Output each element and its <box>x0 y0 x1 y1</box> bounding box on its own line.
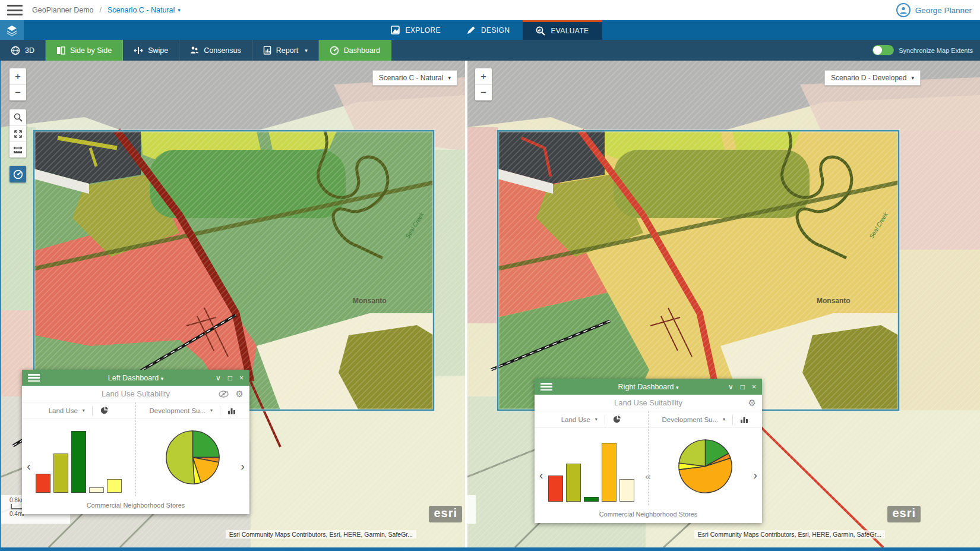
chevron-down-icon: ▾ <box>723 417 725 422</box>
previous-chart-chevron[interactable]: ‹ <box>539 468 543 482</box>
consensus-button[interactable]: Consensus <box>179 40 252 61</box>
bar-segment <box>584 497 599 502</box>
close-button[interactable]: × <box>752 383 756 391</box>
collapse-button[interactable]: ∨ <box>728 383 734 391</box>
full-extent-button[interactable] <box>10 125 26 141</box>
layers-button[interactable] <box>0 20 24 40</box>
measure-button[interactable] <box>10 141 26 158</box>
previous-chart-chevron[interactable]: ‹ <box>27 459 31 473</box>
left-map-pane: Monsanto Seal Creek + − Scenario C - Nat… <box>1 61 465 547</box>
panel-window-buttons: ∨ □ × <box>728 383 762 391</box>
mode-tabs: EXPLORE DESIGN EVALUATE <box>378 20 602 40</box>
bar-segment <box>107 479 122 493</box>
chart-selector-label[interactable]: Development Su... <box>149 407 206 414</box>
side-by-side-icon <box>56 46 65 55</box>
gear-icon[interactable]: ⚙ <box>236 389 244 399</box>
bar-segment <box>89 487 104 493</box>
avatar <box>896 3 911 17</box>
dashboard-tool-button[interactable] <box>10 166 26 182</box>
map-split-view: Monsanto Seal Creek + − Scenario C - Nat… <box>0 61 980 547</box>
chevron-down-icon: ▾ <box>161 376 164 382</box>
globe-icon <box>11 46 20 55</box>
next-chart-chevron[interactable]: › <box>753 468 757 482</box>
visibility-icon[interactable] <box>219 391 229 398</box>
collapse-button[interactable]: ∨ <box>216 374 221 382</box>
window-bottom-strip <box>0 547 980 551</box>
bar-chart-type-icon[interactable] <box>227 407 236 415</box>
user-menu[interactable]: George Planner <box>896 0 972 20</box>
map-tools-left <box>10 109 26 158</box>
chart-selector-label[interactable]: Development Su... <box>662 416 718 423</box>
search-button[interactable] <box>10 109 26 125</box>
bar-segment <box>71 431 86 493</box>
bar-segment <box>548 476 563 502</box>
chart-footer-label: Commercial Neighborhood Stores <box>22 496 249 514</box>
full-extent-icon <box>14 130 23 138</box>
report-button[interactable]: Report ▾ <box>252 40 319 61</box>
pie-slice <box>192 430 219 457</box>
bar-segment <box>36 474 50 493</box>
chevron-down-icon: ▾ <box>83 408 85 413</box>
gauge-icon <box>13 169 23 180</box>
chart-selector-label[interactable]: Land Use <box>49 407 78 414</box>
left-land-use-bar-chart <box>22 419 135 495</box>
zoom-in-button[interactable]: + <box>475 68 492 84</box>
collapse-panel-chevron[interactable]: « <box>645 471 650 483</box>
tab-evaluate[interactable]: EVALUATE <box>523 20 602 40</box>
bar-chart-type-icon[interactable] <box>740 415 748 424</box>
bar-segment <box>53 454 68 493</box>
zoom-out-button[interactable]: − <box>10 84 26 100</box>
zoom-out-button[interactable]: − <box>475 84 492 100</box>
esri-logo[interactable]: esri <box>429 506 462 522</box>
esri-logo[interactable]: esri <box>887 506 921 522</box>
zoom-control-left: + − <box>10 68 26 100</box>
breadcrumb-separator: / <box>100 6 102 14</box>
3d-button[interactable]: 3D <box>0 40 46 61</box>
maximize-button[interactable]: □ <box>228 374 232 382</box>
map-attribution-left: Esri Community Maps Contributors, Esri, … <box>226 530 416 539</box>
right-dashboard-panel: Right Dashboard ▾ ∨ □ × Land Use Suitabi… <box>535 379 762 523</box>
person-icon <box>899 6 908 14</box>
evaluate-toolbar: 3D Side by Side Swipe Consensus Report ▾… <box>0 40 980 61</box>
close-button[interactable]: × <box>239 374 244 382</box>
bar-segment <box>602 443 617 502</box>
sync-extents-toggle[interactable] <box>872 45 894 55</box>
swipe-button[interactable]: Swipe <box>123 40 179 61</box>
chevron-down-icon: ▾ <box>911 75 914 81</box>
left-dashboard-header[interactable]: Left Dashboard ▾ ∨ □ × <box>22 370 249 386</box>
left-dashboard-panel: Left Dashboard ▾ ∨ □ × Land Use Suitabil… <box>22 370 249 514</box>
gauge-icon <box>330 46 339 55</box>
right-dashboard-header[interactable]: Right Dashboard ▾ ∨ □ × <box>535 379 762 395</box>
tab-explore[interactable]: EXPLORE <box>378 20 454 40</box>
mode-nav-bar: EXPLORE DESIGN EVALUATE <box>0 20 980 40</box>
scenario-breadcrumb-menu[interactable]: Scenario C - Natural ▾ <box>108 6 181 14</box>
chart-panels: Land Use ▾ Development Su... ▾ <box>22 402 249 496</box>
next-chart-chevron[interactable]: › <box>241 459 245 473</box>
scale-bar-clipped <box>467 495 476 524</box>
chevron-down-icon: ▾ <box>595 417 598 422</box>
chevron-down-icon: ▾ <box>676 385 679 391</box>
hamburger-menu-icon[interactable] <box>7 5 23 15</box>
widget-title: Land Use Suitability <box>535 398 762 407</box>
chart-selector-label[interactable]: Land Use <box>561 416 590 423</box>
dashboard-button[interactable]: Dashboard <box>319 40 391 61</box>
maximize-button[interactable]: □ <box>741 383 745 391</box>
pie-chart-type-icon[interactable] <box>100 406 109 415</box>
chevron-down-icon: ▾ <box>448 75 451 81</box>
pie-chart-type-icon[interactable] <box>612 415 621 424</box>
bar-segment <box>566 464 581 502</box>
search-icon <box>14 113 23 122</box>
left-scenario-selector[interactable]: Scenario C - Natural ▾ <box>372 70 457 86</box>
chart-panels: Land Use ▾ Development Su... ▾ <box>535 411 762 505</box>
right-scenario-selector[interactable]: Scenario D - Developed ▾ <box>824 70 921 86</box>
tab-design[interactable]: DESIGN <box>454 20 523 40</box>
pie-slice <box>679 439 705 466</box>
side-by-side-button[interactable]: Side by Side <box>46 40 123 61</box>
gear-icon[interactable]: ⚙ <box>748 398 756 408</box>
zoom-in-button[interactable]: + <box>10 68 26 84</box>
chevron-down-icon: ▾ <box>178 7 181 13</box>
chevron-down-icon: ▾ <box>305 48 308 53</box>
chevron-down-icon: ▾ <box>210 408 213 413</box>
measure-icon <box>13 146 23 154</box>
layers-icon <box>7 25 17 36</box>
